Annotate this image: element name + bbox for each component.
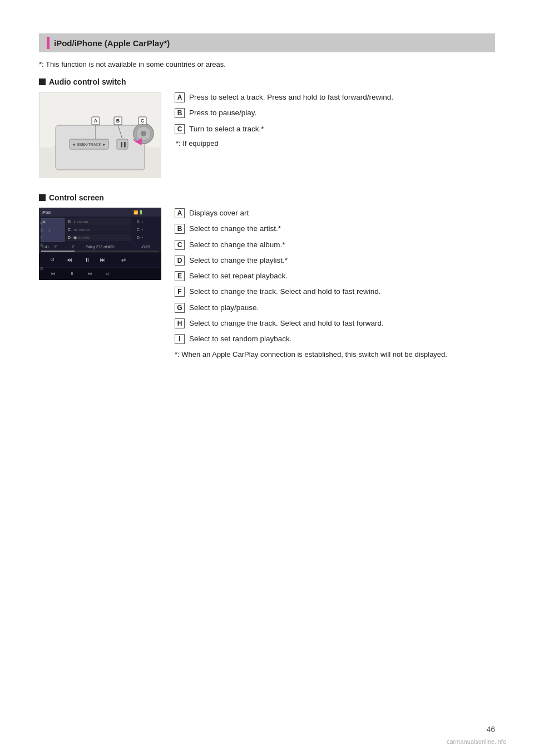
- ctrl-label-d: D: [175, 256, 185, 266]
- audio-section-heading: Audio control switch: [39, 77, 495, 86]
- svg-text:📶🔋: 📶🔋: [134, 210, 144, 215]
- control-desc-a: A Displays cover art: [175, 208, 495, 219]
- ctrl-desc-d-text: Select to change the playlist.*: [189, 255, 288, 266]
- page-title: iPod/iPhone (Apple CarPlay*): [54, 38, 170, 48]
- ctrl-label-e: E: [175, 271, 185, 281]
- svg-rect-51: [41, 251, 75, 252]
- svg-text:♪ ○○○○○: ♪ ○○○○○: [73, 220, 88, 224]
- svg-text:C: C: [141, 118, 145, 124]
- ctrl-label-c: C: [175, 240, 185, 250]
- audio-desc-c: C Turn to select a track.*: [175, 124, 495, 135]
- svg-text:⏸: ⏸: [70, 271, 74, 276]
- audio-desc-b: B Press to pause/play.: [175, 107, 495, 119]
- control-asterisk: *: When an Apple CarPlay connection is e…: [175, 349, 495, 361]
- pink-accent-bar: [47, 37, 50, 49]
- audio-desc-b-text: Press to pause/play.: [189, 107, 256, 119]
- svg-text:◄ SEEK·TRACK ►: ◄ SEEK·TRACK ►: [72, 143, 106, 146]
- control-desc-b: B Select to change the artist.*: [175, 223, 495, 234]
- control-desc-d: D Select to change the playlist.*: [175, 255, 495, 266]
- ctrl-label-g: G: [175, 303, 185, 313]
- control-desc-c: C Select to change the album.*: [175, 239, 495, 251]
- ctrl-desc-e-text: Select to set repeat playback.: [189, 271, 288, 282]
- svg-text:☺ ○○○○○: ☺ ○○○○○: [73, 228, 90, 232]
- label-b: B: [175, 108, 185, 118]
- svg-text:C: C: [137, 228, 140, 232]
- svg-text:⏭: ⏭: [88, 271, 92, 276]
- svg-text:◎: ◎: [40, 243, 43, 247]
- control-desc-e: E Select to set repeat playback.: [175, 271, 495, 282]
- label-a: A: [175, 92, 185, 102]
- watermark: carmanualsonline.info: [447, 738, 506, 745]
- top-footnote: *: This function is not available in som…: [39, 60, 495, 68]
- ctrl-label-b: B: [175, 224, 185, 234]
- svg-text:I: I: [142, 245, 143, 249]
- svg-text:D: D: [68, 235, 71, 239]
- title-bar: iPod/iPhone (Apple CarPlay*): [39, 33, 495, 52]
- svg-text:C: C: [68, 228, 71, 232]
- svg-text:⊙: ⊙: [40, 228, 43, 232]
- svg-text:B: B: [137, 220, 140, 224]
- ctrl-desc-h-text: Select to change the track. Select and h…: [189, 318, 384, 329]
- svg-text:B: B: [116, 118, 120, 124]
- ctrl-desc-f-text: Select to change the track. Select and h…: [189, 286, 380, 297]
- ctrl-desc-i-text: Select to set random playback.: [189, 333, 292, 345]
- control-desc-h: H Select to change the track. Select and…: [175, 318, 495, 329]
- label-c: C: [175, 124, 185, 134]
- svg-text:⏭: ⏭: [100, 257, 106, 263]
- svg-text:≡: ≡: [40, 235, 42, 239]
- audio-control-diagram: ◄ SEEK·TRACK ► ▐▐ A: [39, 92, 161, 178]
- svg-text:B: B: [68, 220, 71, 224]
- svg-text:⇄: ⇄: [121, 257, 126, 263]
- ctrl-desc-a-text: Displays cover art: [189, 208, 249, 219]
- svg-text:G: G: [89, 245, 92, 249]
- svg-text:E: E: [55, 245, 57, 249]
- svg-text:↺: ↺: [50, 257, 55, 263]
- svg-text:⏮: ⏮: [67, 257, 72, 263]
- audio-asterisk: *: If equipped: [176, 139, 495, 148]
- svg-text:A: A: [94, 118, 98, 124]
- svg-text:H: H: [106, 245, 108, 249]
- ctrl-label-i: I: [175, 334, 185, 344]
- svg-text:⊡: ⊡: [40, 267, 43, 271]
- svg-point-10: [141, 131, 146, 136]
- control-desc-f: F Select to change the track. Select and…: [175, 286, 495, 297]
- svg-text:⏸: ⏸: [85, 257, 90, 263]
- control-desc-g: G Select to play/pause.: [175, 302, 495, 313]
- svg-text:⏮: ⏮: [51, 271, 56, 276]
- ctrl-label-h: H: [175, 318, 185, 328]
- svg-text:♪: ♪: [48, 225, 52, 234]
- asterisk-symbol: *:: [39, 60, 46, 68]
- svg-text:⇄: ⇄: [106, 271, 110, 276]
- ctrl-desc-g-text: Select to play/pause.: [189, 302, 259, 313]
- ctrl-desc-b-text: Select to change the artist.*: [189, 223, 281, 234]
- svg-text:◉ ○○○○○: ◉ ○○○○○: [73, 235, 90, 239]
- svg-text:▐▐: ▐▐: [119, 141, 126, 148]
- control-desc-i: I Select to set random playback.: [175, 333, 495, 345]
- svg-text:D: D: [137, 235, 140, 239]
- svg-text:⊞: ⊞: [40, 221, 43, 225]
- audio-desc-a-text: Press to select a track. Press and hold …: [189, 92, 393, 103]
- svg-text:iPod: iPod: [42, 210, 51, 215]
- control-section-heading: Control screen: [39, 193, 495, 202]
- page-number: 46: [486, 725, 495, 734]
- svg-text:F: F: [72, 245, 75, 249]
- control-screen-diagram: iPod 📶🔋 A ♪ B ♪ ○○○○○ B › C ☺ ○○○○○ C: [39, 208, 161, 280]
- audio-desc-a: A Press to select a track. Press and hol…: [175, 92, 495, 103]
- ctrl-label-f: F: [175, 287, 185, 297]
- svg-rect-58: [39, 268, 161, 280]
- audio-desc-c-text: Turn to select a track.*: [189, 124, 264, 135]
- ctrl-label-a: A: [175, 208, 185, 218]
- ctrl-desc-c-text: Select to change the album.*: [189, 239, 285, 251]
